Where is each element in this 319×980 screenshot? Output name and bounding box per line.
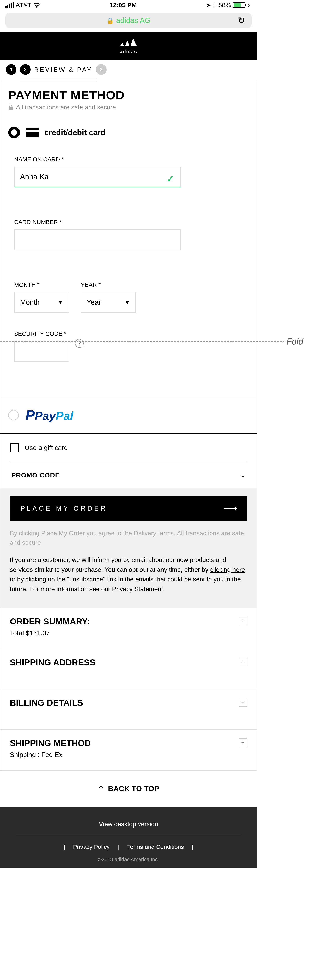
battery-icon: [233, 2, 245, 8]
shipping-method-title: SHIPPING METHOD: [10, 738, 247, 748]
status-bar: AT&T 12:05 PM ➤ ᛒ 58% ⚡︎: [0, 0, 257, 10]
payment-method-title: PAYMENT METHOD: [8, 88, 249, 102]
year-label: YEAR *: [81, 282, 136, 288]
battery-percent: 58%: [219, 2, 231, 9]
shipping-method-accordion[interactable]: SHIPPING METHOD Shipping : Fed Ex +: [0, 729, 257, 770]
card-number-label: CARD NUMBER *: [14, 219, 243, 225]
order-disclaimer-2: If you are a customer, we will inform yo…: [10, 555, 247, 594]
shipping-address-accordion[interactable]: SHIPPING ADDRESS +: [0, 649, 257, 689]
svg-marker-2: [131, 38, 137, 46]
site-header: adidas: [0, 32, 257, 60]
gift-label: Use a gift card: [25, 444, 68, 452]
expand-icon[interactable]: +: [239, 698, 247, 706]
svg-marker-1: [125, 41, 129, 46]
back-to-top-button[interactable]: ⌃BACK TO TOP: [0, 771, 257, 807]
step-2-label: REVIEW & PAY: [34, 66, 93, 73]
site-name: adidas AG: [116, 16, 150, 25]
year-select[interactable]: Year ▼: [81, 292, 136, 313]
month-select[interactable]: Month ▼: [14, 292, 69, 313]
card-option-label: credit/debit card: [44, 128, 105, 137]
order-summary-accordion[interactable]: ORDER SUMMARY: Total $131.07 +: [0, 608, 257, 649]
site-footer: View desktop version | Privacy Policy | …: [0, 807, 257, 869]
year-value: Year: [87, 298, 101, 307]
chevron-up-icon: ⌃: [98, 784, 104, 793]
wifi-icon: [33, 2, 40, 8]
card-number-input[interactable]: [14, 229, 181, 250]
paypal-logo: PPayPal: [26, 407, 73, 423]
order-disclaimer-1: By clicking Place My Order you agree to …: [10, 528, 247, 547]
shipping-address-title: SHIPPING ADDRESS: [10, 657, 247, 667]
month-value: Month: [20, 298, 40, 307]
reload-icon[interactable]: ↻: [238, 16, 245, 25]
view-desktop-link[interactable]: View desktop version: [0, 816, 257, 832]
expand-icon[interactable]: +: [239, 657, 247, 666]
svg-marker-0: [120, 43, 124, 46]
bluetooth-icon: ᛒ: [213, 2, 217, 8]
expand-icon[interactable]: +: [239, 738, 247, 747]
security-code-input[interactable]: [14, 341, 69, 362]
radio-empty-icon[interactable]: [8, 410, 19, 420]
browser-bar: 🔒 adidas AG ↻: [0, 10, 257, 32]
svg-rect-3: [9, 107, 13, 110]
secure-text: All transactions are safe and secure: [16, 104, 116, 111]
security-code-label: SECURITY CODE *: [14, 331, 243, 337]
promo-label: PROMO CODE: [11, 471, 60, 479]
adidas-wordmark: adidas: [120, 49, 137, 54]
terms-link[interactable]: Terms and Conditions: [124, 843, 187, 850]
payment-option-card[interactable]: credit/debit card: [0, 119, 257, 142]
arrow-right-icon: ⟶: [223, 503, 237, 514]
gift-checkbox[interactable]: [10, 443, 19, 452]
copyright-text: ©2018 adidas America Inc.: [0, 854, 257, 862]
privacy-link[interactable]: Privacy Statement: [112, 585, 163, 592]
signal-icon: [5, 2, 14, 8]
lock-icon: 🔒: [107, 17, 114, 24]
adidas-logo[interactable]: adidas: [120, 37, 137, 54]
payment-option-paypal[interactable]: PPayPal: [0, 397, 257, 433]
fold-label: Fold: [286, 337, 303, 347]
delivery-terms-link[interactable]: Delivery terms: [134, 530, 174, 537]
promo-code-row[interactable]: PROMO CODE ⌄: [10, 462, 247, 488]
adidas-stripes-icon: [120, 37, 137, 48]
chevron-down-icon: ⌄: [240, 471, 246, 479]
address-bar[interactable]: 🔒 adidas AG ↻: [5, 13, 252, 28]
privacy-policy-link[interactable]: Privacy Policy: [70, 843, 113, 850]
order-summary-title: ORDER SUMMARY:: [10, 617, 247, 627]
order-total: Total $131.07: [10, 629, 247, 637]
card-icon: [26, 128, 39, 137]
step-2[interactable]: 2: [20, 64, 30, 75]
carrier-label: AT&T: [16, 2, 31, 9]
fold-indicator: [0, 341, 284, 342]
charging-icon: ⚡︎: [247, 2, 252, 9]
valid-check-icon: ✓: [166, 173, 174, 184]
chevron-down-icon: ▼: [58, 299, 63, 305]
place-order-button[interactable]: PLACE MY ORDER ⟶: [10, 496, 247, 520]
place-order-label: PLACE MY ORDER: [21, 504, 107, 512]
billing-details-accordion[interactable]: BILLING DETAILS +: [0, 689, 257, 729]
step-3: 3: [96, 64, 107, 75]
clock: 12:05 PM: [110, 2, 137, 9]
name-input[interactable]: [14, 167, 181, 188]
step-1[interactable]: 1: [6, 64, 16, 75]
chevron-down-icon: ▼: [124, 299, 130, 305]
radio-selected-icon[interactable]: [8, 127, 20, 138]
gift-card-row[interactable]: Use a gift card: [0, 434, 257, 462]
checkout-stepper: 1 2 REVIEW & PAY 3: [0, 60, 257, 80]
location-icon: ➤: [206, 2, 211, 9]
billing-title: BILLING DETAILS: [10, 698, 247, 708]
lock-icon: [8, 105, 13, 110]
help-icon[interactable]: ?: [75, 339, 84, 348]
name-label: NAME ON CARD *: [14, 156, 243, 163]
month-label: MONTH *: [14, 282, 69, 288]
opt-out-link[interactable]: clicking here: [210, 566, 245, 573]
expand-icon[interactable]: +: [239, 617, 247, 625]
shipping-method-value: Shipping : Fed Ex: [10, 751, 247, 759]
